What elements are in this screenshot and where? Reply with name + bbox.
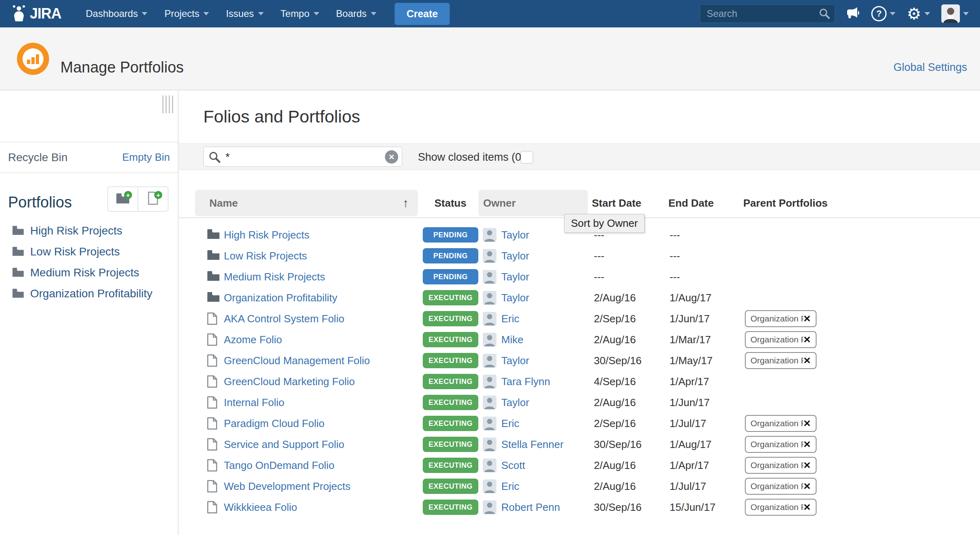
row-name-link[interactable]: GreenCloud Marketing Folio xyxy=(224,375,355,388)
megaphone-icon[interactable] xyxy=(846,6,860,21)
add-folio-button[interactable]: + xyxy=(138,187,168,212)
row-name-link[interactable]: Internal Folio xyxy=(224,396,284,409)
owner-link[interactable]: Eric xyxy=(501,313,519,325)
status-badge: EXECUTING xyxy=(423,437,478,452)
row-name-link[interactable]: Tango OnDemand Folio xyxy=(224,459,335,472)
parent-portfolio-chip[interactable]: Organization P…✕ xyxy=(745,457,817,474)
owner-link[interactable]: Scott xyxy=(501,459,525,472)
column-label-parent-portfolios[interactable]: Parent Portfolios xyxy=(743,197,827,209)
owner-avatar xyxy=(483,249,496,263)
remove-parent-icon[interactable]: ✕ xyxy=(803,461,811,470)
remove-parent-icon[interactable]: ✕ xyxy=(803,440,811,449)
parent-portfolio-chip[interactable]: Organization P…✕ xyxy=(745,415,817,432)
end-date: 1/Apr/17 xyxy=(670,375,709,388)
owner-link[interactable]: Taylor xyxy=(501,396,529,409)
parent-portfolio-chip[interactable]: Organization P…✕ xyxy=(745,310,817,327)
owner-link[interactable]: Taylor xyxy=(501,355,529,367)
table-row: Azome FolioEXECUTINGMike2/Aug/161/Mar/17… xyxy=(179,329,980,350)
start-date: 2/Aug/16 xyxy=(594,459,636,472)
row-name-link[interactable]: Web Development Projects xyxy=(224,480,351,493)
owner-avatar xyxy=(483,479,496,493)
owner-avatar xyxy=(483,333,496,346)
folio-icon xyxy=(207,396,217,411)
profile-menu[interactable] xyxy=(941,4,969,23)
sidebar-item-high-risk-projects[interactable]: High Risk Projects xyxy=(0,220,178,241)
sidebar-resize-handle[interactable] xyxy=(162,95,173,113)
remove-parent-icon[interactable]: ✕ xyxy=(803,356,811,365)
create-button[interactable]: Create xyxy=(395,3,450,25)
column-label-status[interactable]: Status xyxy=(434,197,466,209)
sidebar-item-medium-risk-projects[interactable]: Medium Risk Projects xyxy=(0,262,178,283)
empty-bin-link[interactable]: Empty Bin xyxy=(122,151,170,164)
owner-link[interactable]: Taylor xyxy=(501,292,529,304)
table-row: GreenCloud Management FolioEXECUTINGTayl… xyxy=(179,350,980,371)
folder-icon xyxy=(207,291,220,304)
nav-menu-label: Tempo xyxy=(281,8,310,19)
owner-link[interactable]: Taylor xyxy=(501,271,529,283)
row-name-link[interactable]: Azome Folio xyxy=(224,334,282,346)
owner-link[interactable]: Robert Penn xyxy=(501,501,560,514)
owner-link[interactable]: Taylor xyxy=(501,229,529,241)
row-name-link[interactable]: Organization Profitability xyxy=(224,292,337,304)
end-date: 1/May/17 xyxy=(670,355,713,367)
jira-logo[interactable]: JIRA xyxy=(11,4,61,23)
owner-avatar xyxy=(483,270,496,284)
help-icon: ? xyxy=(871,6,887,21)
parent-portfolio-chip[interactable]: Organization P…✕ xyxy=(745,331,817,348)
sidebar-item-organization-profitability[interactable]: Organization Profitability xyxy=(0,283,178,304)
chevron-down-icon xyxy=(890,12,895,15)
row-name-link[interactable]: Paradigm Cloud Folio xyxy=(224,417,325,430)
row-name-link[interactable]: Medium Risk Projects xyxy=(224,271,325,283)
remove-parent-icon[interactable]: ✕ xyxy=(803,482,811,491)
column-label-start-date[interactable]: Start Date xyxy=(592,197,641,209)
nav-menu-projects[interactable]: Projects xyxy=(164,8,209,19)
column-label-end-date[interactable]: End Date xyxy=(668,197,714,209)
remove-parent-icon[interactable]: ✕ xyxy=(803,314,811,323)
owner-link[interactable]: Eric xyxy=(501,480,519,493)
start-date: 2/Aug/16 xyxy=(594,396,636,409)
global-settings-link[interactable]: Global Settings xyxy=(893,61,967,74)
help-menu[interactable]: ? xyxy=(871,6,895,21)
row-name-link[interactable]: Low Risk Projects xyxy=(224,250,307,262)
row-name-link[interactable]: Service and Support Folio xyxy=(224,438,344,451)
search-icon[interactable] xyxy=(819,8,830,21)
show-closed-checkbox[interactable] xyxy=(521,151,533,164)
remove-parent-icon[interactable]: ✕ xyxy=(803,419,811,428)
remove-parent-icon[interactable]: ✕ xyxy=(803,503,811,512)
parent-portfolio-chip[interactable]: Organization P…✕ xyxy=(745,352,817,369)
owner-link[interactable]: Mike xyxy=(501,334,523,346)
nav-search-input[interactable] xyxy=(700,4,835,23)
owner-link[interactable]: Taylor xyxy=(501,250,529,262)
column-label-owner[interactable]: Owner xyxy=(483,197,516,209)
settings-menu[interactable]: ⚙ xyxy=(907,6,930,22)
owner-link[interactable]: Eric xyxy=(501,417,519,430)
row-name-link[interactable]: GreenCloud Management Folio xyxy=(224,355,370,367)
section-title: Folios and Portfolios xyxy=(203,107,360,126)
sidebar: Recycle Bin Empty Bin Portfolios + + Hig… xyxy=(0,91,178,535)
owner-link[interactable]: Stella Fenner xyxy=(501,438,564,451)
add-folder-button[interactable]: + xyxy=(108,187,138,212)
parent-portfolio-chip[interactable]: Organization P…✕ xyxy=(745,478,817,495)
nav-menu-dashboards[interactable]: Dashboards xyxy=(86,8,147,19)
status-badge: EXECUTING xyxy=(423,311,478,326)
folder-icon xyxy=(12,267,24,279)
remove-parent-icon[interactable]: ✕ xyxy=(803,335,811,344)
column-label-name[interactable]: Name xyxy=(209,197,238,209)
status-badge: EXECUTING xyxy=(423,479,478,494)
nav-menu-issues[interactable]: Issues xyxy=(226,8,263,19)
nav-menu-boards[interactable]: Boards xyxy=(336,8,376,19)
owner-link[interactable]: Tara Flynn xyxy=(501,375,550,388)
parent-portfolio-label: Organization P… xyxy=(751,356,803,365)
sidebar-item-low-risk-projects[interactable]: Low Risk Projects xyxy=(0,241,178,262)
owner-avatar xyxy=(483,228,496,242)
nav-menu-tempo[interactable]: Tempo xyxy=(281,8,319,19)
parent-portfolio-chip[interactable]: Organization P…✕ xyxy=(745,499,817,516)
row-name-link[interactable]: High Risk Projects xyxy=(224,229,309,241)
row-name-link[interactable]: AKA Control System Folio xyxy=(224,313,344,325)
row-name-link[interactable]: Wikkkieea Folio xyxy=(224,501,297,514)
clear-search-icon[interactable]: ✕ xyxy=(385,150,398,164)
parent-portfolio-chip[interactable]: Organization P…✕ xyxy=(745,436,817,453)
start-date: 4/Sep/16 xyxy=(594,375,636,388)
table-search-input[interactable] xyxy=(225,147,379,167)
top-navigation-bar: JIRA DashboardsProjectsIssuesTempoBoards… xyxy=(0,0,980,27)
